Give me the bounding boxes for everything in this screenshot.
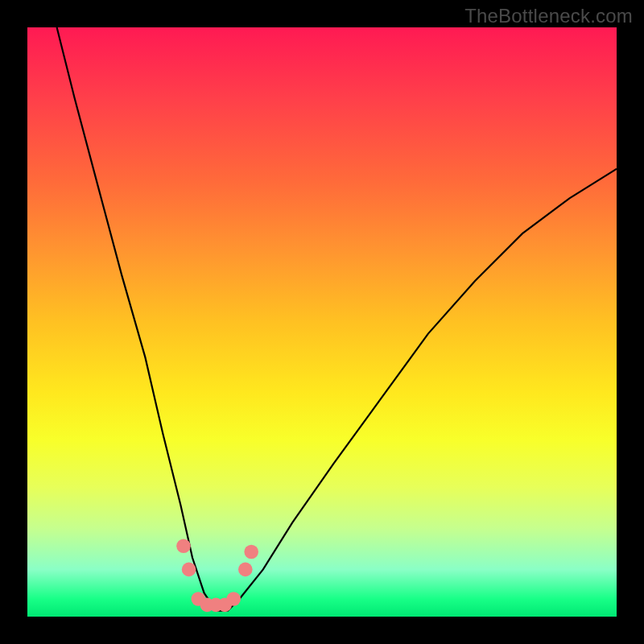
curve-marker bbox=[176, 539, 191, 553]
curve-marker bbox=[226, 592, 241, 606]
curve-markers bbox=[176, 539, 258, 612]
curve-path bbox=[57, 27, 617, 611]
curve-svg bbox=[27, 27, 617, 617]
chart-frame: TheBottleneck.com bbox=[0, 0, 644, 644]
plot-area bbox=[27, 27, 617, 617]
curve-marker bbox=[238, 563, 253, 577]
watermark-text: TheBottleneck.com bbox=[464, 5, 633, 27]
curve-marker bbox=[244, 545, 258, 559]
curve-marker bbox=[182, 563, 196, 577]
